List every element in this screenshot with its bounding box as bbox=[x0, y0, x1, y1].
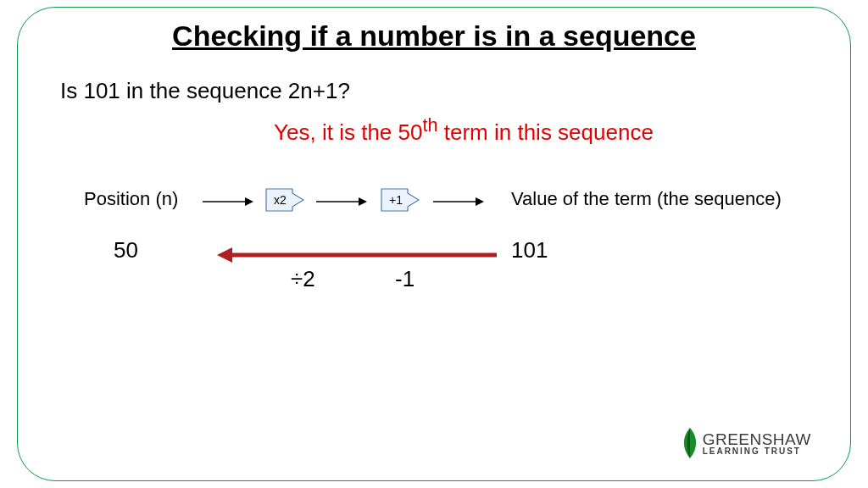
question-text: Is 101 in the sequence 2n+1? bbox=[60, 78, 850, 104]
slide-frame: Checking if a number is in a sequence Is… bbox=[17, 7, 851, 481]
arrow-icon bbox=[203, 197, 253, 207]
svg-marker-1 bbox=[245, 197, 253, 206]
minus-one-label: -1 bbox=[395, 266, 415, 292]
position-label: Position (n) bbox=[84, 188, 178, 210]
plus-one-label: +1 bbox=[389, 193, 403, 207]
logo-text: GREENSHAW LEARNING TRUST bbox=[703, 431, 811, 456]
times-two-label: x2 bbox=[274, 193, 287, 207]
times-two-box: x2 bbox=[265, 188, 304, 212]
svg-marker-7 bbox=[217, 247, 232, 263]
arrow-icon bbox=[316, 197, 367, 207]
answer-sup: th bbox=[422, 114, 437, 136]
input-value: 101 bbox=[511, 237, 548, 263]
answer-post: term in this sequence bbox=[438, 119, 654, 145]
arrow-icon bbox=[433, 197, 484, 207]
slide-title: Checking if a number is in a sequence bbox=[18, 19, 850, 53]
divide-two-label: ÷2 bbox=[291, 266, 315, 292]
reverse-arrow-icon bbox=[217, 247, 497, 266]
answer-pre: Yes, it is the 50 bbox=[274, 119, 422, 145]
logo-sub: LEARNING TRUST bbox=[703, 447, 811, 456]
svg-marker-3 bbox=[359, 197, 367, 206]
leaf-icon bbox=[677, 424, 703, 462]
svg-marker-5 bbox=[476, 197, 484, 206]
logo: GREENSHAW LEARNING TRUST bbox=[677, 424, 811, 462]
logo-main: GREENSHAW bbox=[703, 431, 811, 447]
answer-text: Yes, it is the 50th term in this sequenc… bbox=[77, 114, 850, 146]
result-position: 50 bbox=[114, 237, 138, 263]
plus-one-box: +1 bbox=[381, 188, 420, 212]
diagram: Position (n) x2 +1 bbox=[18, 188, 850, 358]
value-label: Value of the term (the sequence) bbox=[511, 188, 782, 210]
